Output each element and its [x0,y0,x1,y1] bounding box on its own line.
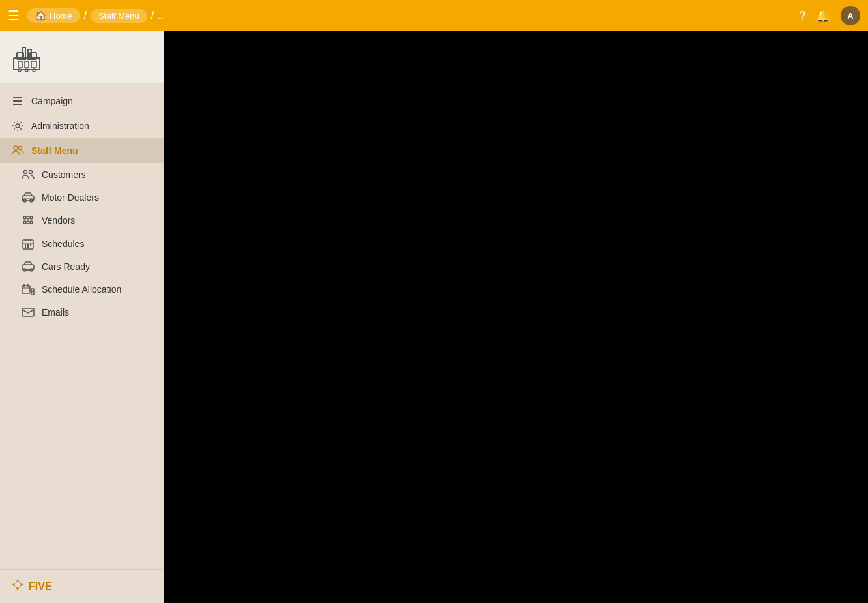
five-logo: FIVE [10,578,52,595]
breadcrumb-home-label: Home [50,11,72,21]
five-logo-label: FIVE [29,581,52,593]
sidebar-campaign-label: Campaign [31,96,73,106]
breadcrumb: 🏠 Home / Staff Menu / ... [27,8,165,23]
sidebar-vendors-label: Vendors [42,215,75,226]
sidebar: Campaign Administration [0,31,164,603]
sidebar-item-schedule-allocation[interactable]: Schedule Allocation [0,278,164,301]
help-icon[interactable]: ? [799,9,805,23]
topbar-left: ☰ 🏠 Home / Staff Menu / ... [8,8,799,23]
sidebar-nav: Campaign Administration [0,83,164,569]
svg-point-18 [24,171,27,174]
svg-point-26 [30,216,33,219]
svg-point-16 [14,146,18,150]
svg-point-29 [30,221,33,224]
svg-rect-37 [25,246,26,248]
sidebar-item-cars-ready[interactable]: Cars Ready [0,256,164,278]
schedules-icon [21,238,35,250]
topbar: ☰ 🏠 Home / Staff Menu / ... ? 🔔 A [0,0,868,31]
sidebar-staff-menu-label: Staff Menu [31,145,78,156]
svg-point-17 [19,147,22,150]
sidebar-customers-label: Customers [42,169,86,180]
breadcrumb-sep-2: / [151,10,154,22]
svg-rect-34 [25,244,26,246]
topbar-right: ? 🔔 A [799,6,860,25]
motor-dealers-icon [21,192,35,203]
svg-rect-50 [22,308,34,316]
staff-menu-icon [10,145,25,156]
sidebar-administration-label: Administration [31,121,89,131]
sidebar-item-campaign[interactable]: Campaign [0,89,164,113]
sidebar-schedules-label: Schedules [42,239,84,249]
campaign-icon [10,95,25,107]
notification-icon[interactable]: 🔔 [816,8,830,23]
svg-point-15 [16,124,20,128]
breadcrumb-sep-1: / [84,10,87,22]
svg-point-27 [23,221,26,224]
svg-point-19 [29,171,33,174]
sidebar-item-emails[interactable]: Emails [0,301,164,323]
svg-rect-8 [31,61,36,68]
svg-rect-36 [30,244,31,246]
administration-icon [10,120,25,132]
main-content [164,31,868,603]
svg-point-28 [27,221,29,224]
sidebar-emails-label: Emails [42,307,69,317]
vendors-icon [21,214,35,226]
svg-rect-38 [27,246,29,248]
schedule-allocation-icon [21,284,35,295]
cars-ready-icon [21,261,35,272]
sidebar-schedule-allocation-label: Schedule Allocation [42,284,121,295]
svg-point-25 [27,216,29,219]
breadcrumb-dots[interactable]: ... [158,11,165,21]
avatar[interactable]: A [841,6,860,25]
svg-point-24 [23,216,26,219]
emails-icon [21,307,35,317]
svg-rect-35 [27,244,29,246]
svg-rect-6 [18,61,22,68]
breadcrumb-home[interactable]: 🏠 Home [27,8,80,23]
sidebar-footer: FIVE [0,569,164,603]
avatar-label: A [847,11,853,21]
five-logo-icon [10,578,25,595]
hamburger-icon[interactable]: ☰ [8,8,20,23]
sidebar-item-schedules[interactable]: Schedules [0,232,164,256]
breadcrumb-staff-menu-label: Staff Menu [98,11,139,21]
home-icon: 🏠 [35,10,46,21]
sidebar-logo-area [0,31,164,83]
sidebar-item-customers[interactable]: Customers [0,163,164,186]
sidebar-motor-dealers-label: Motor Dealers [42,192,99,203]
svg-rect-43 [22,286,30,293]
sidebar-item-staff-menu[interactable]: Staff Menu [0,138,164,163]
sidebar-item-administration[interactable]: Administration [0,113,164,138]
customers-icon [21,169,35,181]
sidebar-item-motor-dealers[interactable]: Motor Dealers [0,186,164,209]
breadcrumb-staff-menu[interactable]: Staff Menu [91,9,147,23]
sidebar-item-vendors[interactable]: Vendors [0,209,164,232]
sidebar-cars-ready-label: Cars Ready [42,261,90,272]
sidebar-logo-icon [10,40,43,75]
main-layout: Campaign Administration [0,31,868,603]
svg-rect-7 [25,61,29,68]
